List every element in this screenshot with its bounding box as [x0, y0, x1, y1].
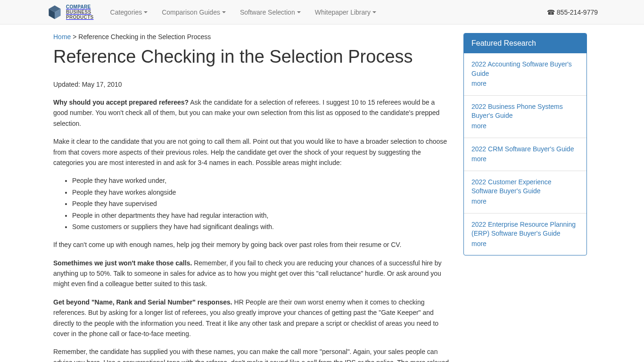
paragraph-1: Why should you accept prepared referees?…: [53, 97, 449, 129]
logo-icon: [46, 4, 63, 21]
paragraph-6: Remember, the candidate has supplied you…: [53, 346, 449, 362]
research-link[interactable]: 2022 Enterprise Resource Planning (ERP) …: [471, 220, 579, 239]
logo-text: COMPARE BUSINESS PRODUCTS: [66, 4, 94, 20]
more-link[interactable]: more: [471, 122, 487, 131]
bullet-list: People they have worked under, People th…: [72, 175, 449, 232]
list-item: People they have workes alongside: [72, 187, 449, 197]
featured-research-panel: Featured Research 2022 Accounting Softwa…: [463, 33, 587, 255]
research-item: 2022 Business Phone Systems Buyer's Guid…: [464, 96, 586, 138]
chevron-down-icon: [144, 11, 148, 13]
page-title: Reference Checking in the Selection Proc…: [53, 46, 449, 68]
more-link[interactable]: more: [471, 155, 487, 164]
chevron-down-icon: [372, 11, 376, 13]
nav-whitepaper-library[interactable]: Whitepaper Library: [315, 8, 376, 16]
research-item: 2022 Accounting Software Buyer's Guide m…: [464, 53, 586, 96]
research-link[interactable]: 2022 CRM Software Buyer's Guide: [471, 145, 579, 154]
more-link[interactable]: more: [471, 239, 487, 249]
list-item: People they have supervised: [72, 198, 449, 209]
nav-comparison-guides[interactable]: Comparison Guides: [162, 8, 226, 16]
breadcrumb-home[interactable]: Home: [53, 33, 71, 41]
top-navbar: COMPARE BUSINESS PRODUCTS Categories Com…: [0, 0, 644, 25]
research-item: 2022 Customer Experience Software Buyer'…: [464, 171, 586, 214]
more-link[interactable]: more: [471, 79, 487, 89]
paragraph-5: Get beyond "Name, Rank and Serial Number…: [53, 297, 449, 339]
paragraph-4: Somethimes we just won't make those call…: [53, 258, 449, 289]
more-link[interactable]: more: [471, 197, 487, 206]
paragraph-2: Make it clear to the candidate that you …: [53, 136, 449, 168]
list-item: People they have worked under,: [72, 175, 449, 186]
sidebar: Featured Research 2022 Accounting Softwa…: [463, 33, 587, 362]
list-item: Some customers or suppliers they have ha…: [72, 222, 449, 232]
paragraph-3: If they can't come up with enough names,…: [53, 239, 449, 250]
nav-menu: Categories Comparison Guides Software Se…: [103, 8, 383, 16]
nav-categories[interactable]: Categories: [110, 8, 148, 16]
breadcrumb-current: Reference Checking in the Selection Proc…: [78, 33, 211, 41]
list-item: People in other departments they have ha…: [72, 210, 449, 221]
research-link[interactable]: 2022 Accounting Software Buyer's Guide: [471, 60, 579, 78]
phone-icon: ☎: [547, 8, 555, 16]
updated-date: Updated: May 17, 2010: [53, 79, 449, 90]
nav-software-selection[interactable]: Software Selection: [240, 8, 301, 16]
panel-heading: Featured Research: [464, 33, 586, 53]
chevron-down-icon: [297, 11, 301, 13]
research-item: 2022 CRM Software Buyer's Guide more: [464, 138, 586, 171]
research-link[interactable]: 2022 Customer Experience Software Buyer'…: [471, 178, 579, 196]
research-item: 2022 Enterprise Resource Planning (ERP) …: [464, 214, 586, 255]
brand-logo[interactable]: COMPARE BUSINESS PRODUCTS: [46, 4, 94, 21]
chevron-down-icon: [222, 11, 226, 13]
breadcrumb: Home > Reference Checking in the Selecti…: [53, 33, 449, 41]
research-link[interactable]: 2022 Business Phone Systems Buyer's Guid…: [471, 102, 579, 121]
phone-number: ☎ 855-214-9779: [547, 8, 598, 16]
main-content: Home > Reference Checking in the Selecti…: [53, 25, 449, 362]
